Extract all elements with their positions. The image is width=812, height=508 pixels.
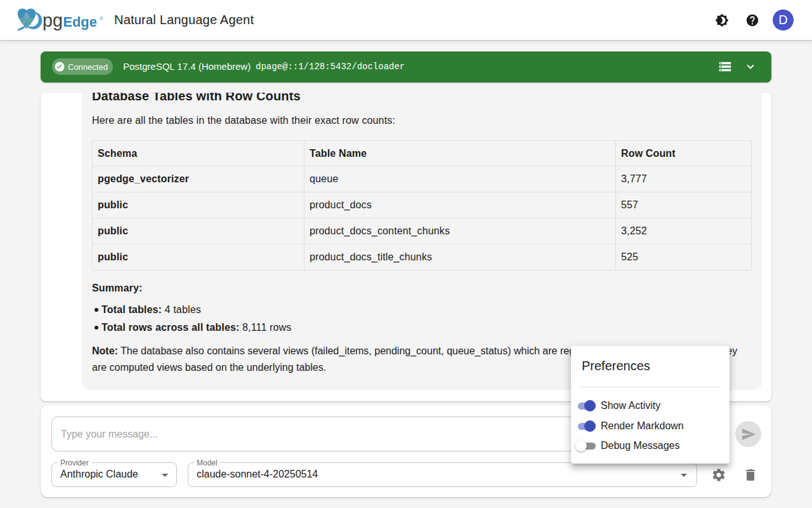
svg-text:Edge: Edge — [63, 14, 97, 30]
svg-text:pg: pg — [43, 10, 63, 30]
svg-text:®: ® — [100, 16, 103, 22]
